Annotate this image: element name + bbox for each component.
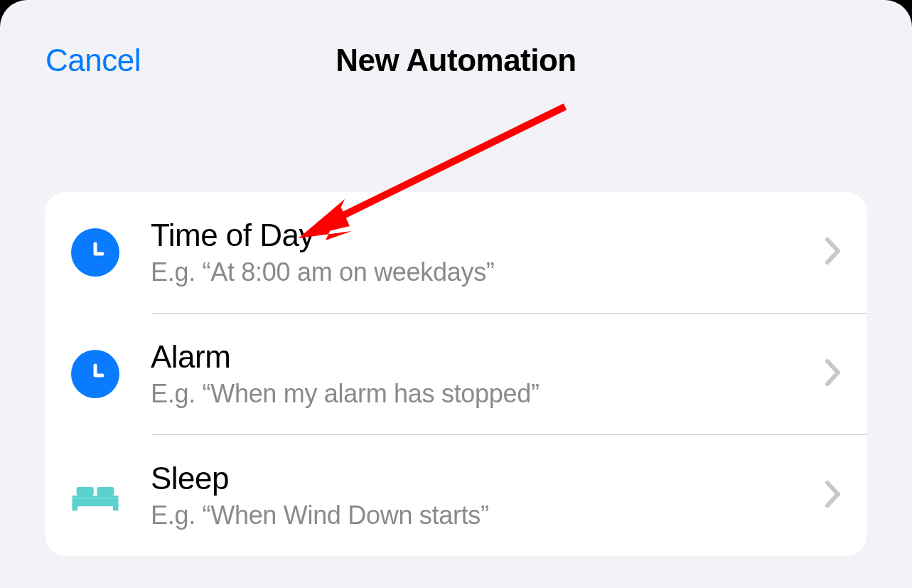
modal-sheet: Cancel New Automation Time of Day E.g. “… bbox=[0, 0, 912, 588]
row-text: Alarm E.g. “When my alarm has stopped” bbox=[151, 339, 811, 409]
navigation-bar: Cancel New Automation bbox=[0, 0, 912, 92]
cancel-button[interactable]: Cancel bbox=[45, 43, 141, 78]
bed-icon bbox=[71, 471, 119, 520]
row-text: Time of Day E.g. “At 8:00 am on weekdays… bbox=[151, 218, 811, 287]
trigger-row-sleep[interactable]: Sleep E.g. “When Wind Down starts” bbox=[45, 435, 867, 556]
page-title: New Automation bbox=[336, 43, 576, 78]
trigger-list: Time of Day E.g. “At 8:00 am on weekdays… bbox=[45, 192, 867, 556]
chevron-right-icon bbox=[825, 237, 841, 267]
svg-rect-3 bbox=[113, 504, 119, 511]
svg-rect-5 bbox=[97, 487, 114, 496]
row-title: Sleep bbox=[151, 461, 811, 496]
chevron-right-icon bbox=[825, 359, 841, 389]
clock-icon bbox=[71, 350, 119, 398]
row-subtitle: E.g. “At 8:00 am on weekdays” bbox=[151, 257, 811, 287]
svg-rect-4 bbox=[77, 487, 94, 496]
svg-rect-1 bbox=[73, 496, 119, 499]
row-title: Alarm bbox=[151, 339, 811, 375]
row-text: Sleep E.g. “When Wind Down starts” bbox=[151, 461, 811, 530]
svg-rect-0 bbox=[73, 499, 119, 507]
chevron-right-icon bbox=[825, 481, 841, 511]
row-subtitle: E.g. “When Wind Down starts” bbox=[151, 501, 811, 530]
clock-icon bbox=[71, 228, 119, 277]
svg-rect-2 bbox=[73, 504, 78, 511]
row-title: Time of Day bbox=[151, 218, 811, 253]
row-subtitle: E.g. “When my alarm has stopped” bbox=[151, 379, 811, 409]
trigger-row-alarm[interactable]: Alarm E.g. “When my alarm has stopped” bbox=[45, 314, 867, 434]
trigger-row-time-of-day[interactable]: Time of Day E.g. “At 8:00 am on weekdays… bbox=[45, 192, 867, 313]
